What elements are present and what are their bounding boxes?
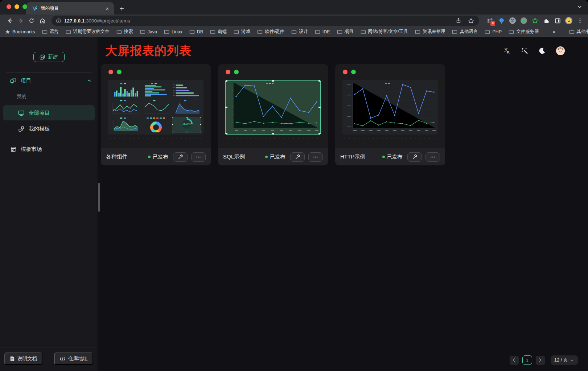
bookmarks-overflow-button[interactable]: » bbox=[553, 29, 555, 34]
bookmark-folder[interactable]: Linux bbox=[164, 29, 182, 34]
bookmark-folder[interactable]: 设计 bbox=[291, 29, 308, 35]
page-size-select[interactable]: 12 / 页 bbox=[551, 355, 578, 365]
bookmark-folder[interactable]: PHP bbox=[485, 29, 502, 34]
tab-close-icon[interactable]: × bbox=[104, 5, 110, 12]
repo-button[interactable]: 仓库地址 bbox=[54, 353, 93, 365]
sidebar-item-all-projects[interactable]: 全部项目 bbox=[3, 105, 95, 120]
folder-icon bbox=[66, 29, 71, 34]
bookmark-folder[interactable]: 游戏 bbox=[234, 29, 250, 35]
gem-extension-icon[interactable] bbox=[497, 16, 506, 25]
bookmark-label: 项目 bbox=[345, 29, 354, 35]
my-templates-label: 我的模板 bbox=[29, 125, 50, 132]
more-dots-icon bbox=[430, 154, 436, 160]
magic-wand-icon[interactable] bbox=[521, 47, 529, 55]
page-size-value: 12 / 页 bbox=[554, 357, 568, 363]
recorder-extension-icon[interactable] bbox=[519, 16, 528, 25]
back-button[interactable] bbox=[5, 16, 15, 25]
bookmark-folder[interactable]: 其他语言 bbox=[452, 29, 478, 35]
command-extension-icon[interactable]: ⌘ bbox=[508, 16, 517, 25]
hammer-icon bbox=[178, 154, 183, 160]
project-card[interactable]: SQL示例 已发布 bbox=[218, 64, 328, 165]
bookmark-folder[interactable]: 资讯未整理 bbox=[415, 29, 445, 35]
browser-menu-icon[interactable] bbox=[576, 16, 584, 25]
status-label: 已发布 bbox=[153, 154, 168, 160]
gauge-ring: 25.00% bbox=[181, 118, 193, 130]
sidebar-section-project[interactable]: 项目 bbox=[0, 73, 98, 88]
bookmark-label: 网站/博客/文章/工具 bbox=[368, 29, 408, 35]
forward-button[interactable] bbox=[16, 16, 25, 25]
bookmark-folder[interactable]: 前端 bbox=[210, 29, 227, 35]
other-bookmarks-folder[interactable]: 其他书签 bbox=[569, 29, 588, 35]
bookmark-folder[interactable]: 近期需要读的文章 bbox=[66, 29, 110, 35]
monitor-icon bbox=[18, 110, 24, 116]
zoom-window-button[interactable] bbox=[22, 4, 27, 9]
folder-icon bbox=[337, 29, 342, 34]
user-avatar[interactable] bbox=[556, 46, 565, 55]
hammer-icon bbox=[295, 154, 300, 160]
more-actions-button[interactable] bbox=[425, 152, 440, 162]
scrollbar-thumb[interactable] bbox=[98, 183, 100, 212]
create-project-button[interactable]: 新建 bbox=[33, 52, 65, 62]
bookmark-label: 资讯未整理 bbox=[423, 29, 445, 35]
green-dot bbox=[234, 70, 239, 74]
home-button[interactable] bbox=[38, 16, 47, 25]
dark-mode-moon-icon[interactable] bbox=[538, 47, 546, 55]
side-panel-icon[interactable] bbox=[553, 16, 562, 25]
bookmark-folder[interactable]: 项目 bbox=[337, 29, 354, 35]
tab-search-chevron-icon[interactable] bbox=[577, 4, 582, 9]
bookmark-item[interactable]: Bookmarks bbox=[5, 29, 35, 34]
bookmark-folder[interactable]: Java bbox=[140, 29, 157, 34]
sidebar-footer: 说明文档 仓库地址 bbox=[0, 347, 98, 371]
publish-status: 已发布 bbox=[265, 154, 285, 160]
browser-tab[interactable]: 我的项目 × bbox=[26, 2, 114, 15]
project-card[interactable]: HTTP示例 已发布 bbox=[335, 64, 445, 165]
reload-button[interactable] bbox=[27, 16, 36, 25]
more-actions-button[interactable] bbox=[308, 152, 323, 162]
new-tab-button[interactable]: + bbox=[120, 5, 124, 12]
chevron-up-icon[interactable] bbox=[87, 78, 92, 83]
project-preview-image bbox=[225, 80, 321, 135]
page-number-button[interactable]: 1 bbox=[522, 355, 532, 365]
sidebar: 新建 项目 我的 全部项目 bbox=[0, 37, 98, 371]
minimize-window-button[interactable] bbox=[15, 4, 19, 9]
bookmark-label: 其他语言 bbox=[460, 29, 478, 35]
bookmark-folder[interactable]: 网站/博客/文章/工具 bbox=[361, 29, 408, 35]
project-card[interactable]: 25.00% 各种组件 已发布 bbox=[101, 64, 211, 165]
green-star-extension-icon[interactable] bbox=[531, 16, 539, 25]
more-actions-button[interactable] bbox=[191, 152, 206, 162]
sidebar-item-template-market[interactable]: 模板市场 bbox=[0, 141, 98, 157]
card-footer: SQL示例 已发布 bbox=[218, 148, 328, 165]
edit-project-button[interactable] bbox=[290, 152, 305, 162]
close-window-button[interactable] bbox=[7, 4, 11, 9]
url-host: 127.0.0.1 bbox=[64, 18, 85, 24]
folder-icon bbox=[315, 29, 320, 34]
bookmark-folder[interactable]: 软件/硬件 bbox=[257, 29, 284, 35]
bookmark-folder[interactable]: DB bbox=[189, 29, 203, 34]
language-translate-icon[interactable]: 文 A bbox=[503, 47, 511, 55]
dictionary-extension-icon[interactable]: 9 bbox=[486, 16, 494, 25]
star-favicon-icon bbox=[5, 29, 10, 34]
share-icon[interactable] bbox=[454, 16, 463, 25]
prev-page-button[interactable] bbox=[510, 356, 519, 365]
docs-button[interactable]: 说明文档 bbox=[4, 353, 42, 365]
folder-icon bbox=[509, 29, 514, 34]
next-page-button[interactable] bbox=[536, 356, 545, 365]
selection-box bbox=[225, 80, 321, 135]
address-bar[interactable]: 127.0.0.1:3000/#/project/items bbox=[52, 16, 479, 26]
sidebar-item-my-templates[interactable]: 我的模板 bbox=[3, 121, 95, 136]
edit-project-button[interactable] bbox=[173, 152, 188, 162]
bookmark-star-icon[interactable] bbox=[466, 16, 476, 25]
edit-project-button[interactable] bbox=[407, 152, 422, 162]
extensions-puzzle-icon[interactable] bbox=[542, 16, 551, 25]
chevron-down-icon bbox=[570, 358, 574, 362]
folder-icon bbox=[140, 29, 145, 34]
bookmark-label: Java bbox=[148, 29, 157, 34]
status-dot bbox=[382, 156, 385, 158]
bookmark-label: DB bbox=[197, 29, 203, 34]
site-info-icon[interactable] bbox=[56, 18, 61, 24]
bookmark-folder[interactable]: 搜索 bbox=[116, 29, 133, 35]
bookmark-folder[interactable]: 运营 bbox=[42, 29, 59, 35]
profile-avatar-icon[interactable] bbox=[564, 16, 573, 25]
bookmark-folder[interactable]: 文件服务器 bbox=[509, 29, 539, 35]
bookmark-folder[interactable]: IDE bbox=[315, 29, 330, 34]
